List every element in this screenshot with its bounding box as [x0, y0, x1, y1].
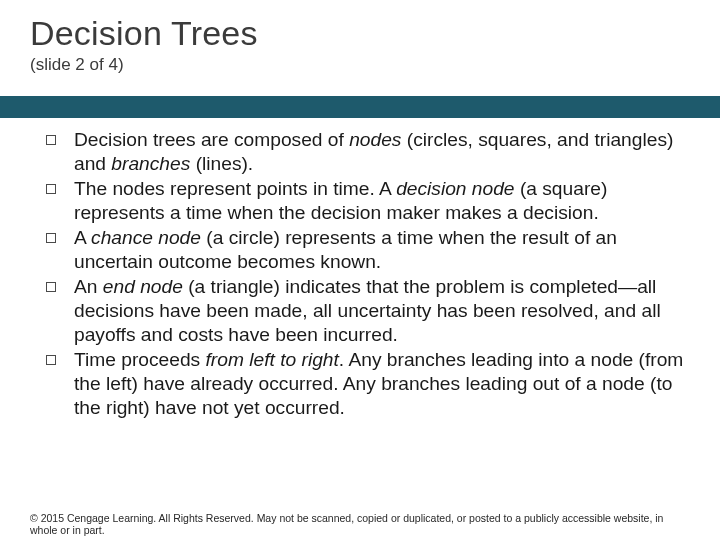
accent-bar: [0, 96, 720, 118]
list-item: A chance node (a circle) represents a ti…: [40, 226, 692, 274]
copyright-footer: © 2015 Cengage Learning. All Rights Rese…: [30, 512, 690, 536]
text: A: [74, 227, 91, 248]
list-item: Decision trees are composed of nodes (ci…: [40, 128, 692, 176]
slide-title: Decision Trees: [30, 14, 690, 53]
slide-subtitle: (slide 2 of 4): [30, 55, 690, 75]
text: The nodes represent points in time. A: [74, 178, 396, 199]
italic-term: nodes: [349, 129, 401, 150]
italic-term: chance node: [91, 227, 201, 248]
list-item: An end node (a triangle) indicates that …: [40, 275, 692, 347]
italic-term: branches: [111, 153, 190, 174]
bullet-list: Decision trees are composed of nodes (ci…: [40, 128, 692, 420]
slide-container: Decision Trees (slide 2 of 4) Decision t…: [0, 0, 720, 540]
italic-term: from left to right: [206, 349, 339, 370]
text: Time proceeds: [74, 349, 206, 370]
list-item: Time proceeds from left to right. Any br…: [40, 348, 692, 420]
content-area: Decision trees are composed of nodes (ci…: [40, 128, 692, 421]
text: (lines).: [190, 153, 253, 174]
italic-term: decision node: [396, 178, 514, 199]
italic-term: end node: [103, 276, 183, 297]
text: Decision trees are composed of: [74, 129, 349, 150]
list-item: The nodes represent points in time. A de…: [40, 177, 692, 225]
text: An: [74, 276, 103, 297]
